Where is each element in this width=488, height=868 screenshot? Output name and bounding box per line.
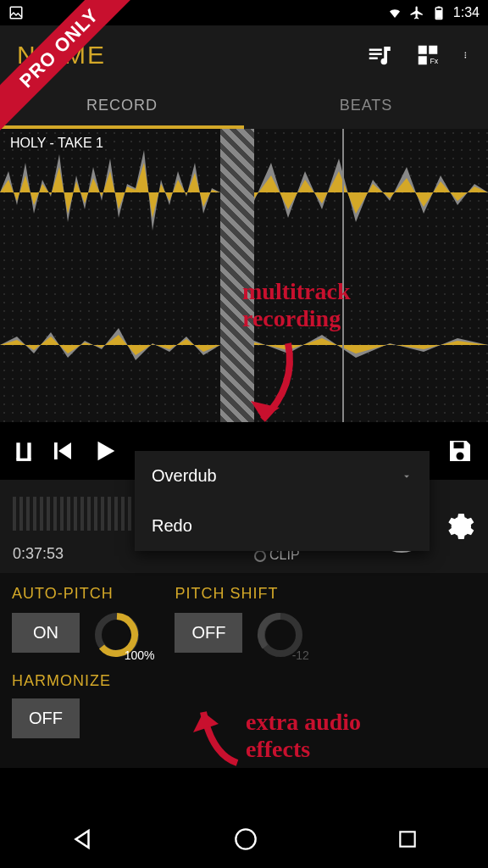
pitch-shift-toggle[interactable]: OFF <box>175 613 242 653</box>
svg-rect-13 <box>16 459 30 461</box>
dropdown-item-overdub[interactable]: Overdub <box>135 451 430 501</box>
skip-back-icon[interactable] <box>50 438 75 464</box>
time-display: 0:37:53 <box>13 545 64 563</box>
svg-rect-0 <box>10 7 22 19</box>
playhead-region <box>220 129 254 422</box>
menu-overflow-icon[interactable] <box>464 42 471 68</box>
dropdown-item-redo[interactable]: Redo <box>135 501 430 551</box>
svg-rect-5 <box>429 46 437 54</box>
transport-bar: Overdub Redo <box>0 422 488 480</box>
harmonize-toggle[interactable]: OFF <box>12 698 80 738</box>
svg-rect-2 <box>436 10 441 19</box>
status-bar: 1:34 <box>0 0 488 25</box>
wifi-icon <box>387 5 402 20</box>
svg-point-19 <box>236 829 255 849</box>
status-time: 1:34 <box>453 5 480 20</box>
pitch-shift-knob[interactable]: -12 <box>257 611 304 659</box>
marker-icon[interactable] <box>13 438 35 464</box>
svg-rect-4 <box>419 46 427 54</box>
image-icon <box>8 5 24 20</box>
svg-text:Fx: Fx <box>430 57 439 65</box>
tab-beats[interactable]: BEATS <box>244 85 488 129</box>
svg-point-16 <box>457 453 464 460</box>
mode-dropdown-menu: Overdub Redo <box>135 451 430 551</box>
save-icon[interactable] <box>445 436 475 466</box>
back-button[interactable] <box>69 826 95 852</box>
svg-rect-3 <box>437 7 440 8</box>
auto-pitch-knob[interactable]: 100% <box>93 611 141 659</box>
svg-rect-20 <box>400 832 414 846</box>
settings-icon[interactable] <box>441 509 475 543</box>
tab-record[interactable]: RECORD <box>0 85 244 129</box>
svg-point-8 <box>465 53 467 54</box>
android-nav-bar <box>0 810 488 868</box>
play-icon[interactable] <box>91 437 119 465</box>
svg-rect-15 <box>454 442 464 449</box>
svg-point-10 <box>465 57 467 58</box>
playhead-line <box>342 129 344 422</box>
auto-pitch-toggle[interactable]: ON <box>12 613 80 653</box>
effects-panel: AUTO-PITCH ON 100% PITCH SHIFT OFF -12 H… <box>0 573 488 768</box>
tabs: RECORD BEATS <box>0 85 488 129</box>
app-header: NE ME Fx <box>0 25 488 85</box>
app-title: NE ME <box>17 41 106 70</box>
harmonize-label: HARMONIZE <box>12 672 111 690</box>
svg-rect-6 <box>419 56 427 64</box>
auto-pitch-label: AUTO-PITCH <box>12 585 141 603</box>
playlist-icon[interactable] <box>366 42 391 68</box>
svg-rect-11 <box>16 442 19 459</box>
airplane-icon <box>409 5 424 20</box>
svg-rect-14 <box>54 442 58 459</box>
svg-point-9 <box>465 54 467 56</box>
waveform-area[interactable]: HOLY - TAKE 1 <box>0 129 488 422</box>
pitch-shift-label: PITCH SHIFT <box>175 585 303 603</box>
home-button[interactable] <box>234 827 258 851</box>
battery-icon <box>431 5 446 20</box>
fx-grid-icon[interactable]: Fx <box>415 42 441 68</box>
track-label: HOLY - TAKE 1 <box>10 136 103 151</box>
recents-button[interactable] <box>396 828 419 850</box>
svg-rect-12 <box>27 442 30 459</box>
